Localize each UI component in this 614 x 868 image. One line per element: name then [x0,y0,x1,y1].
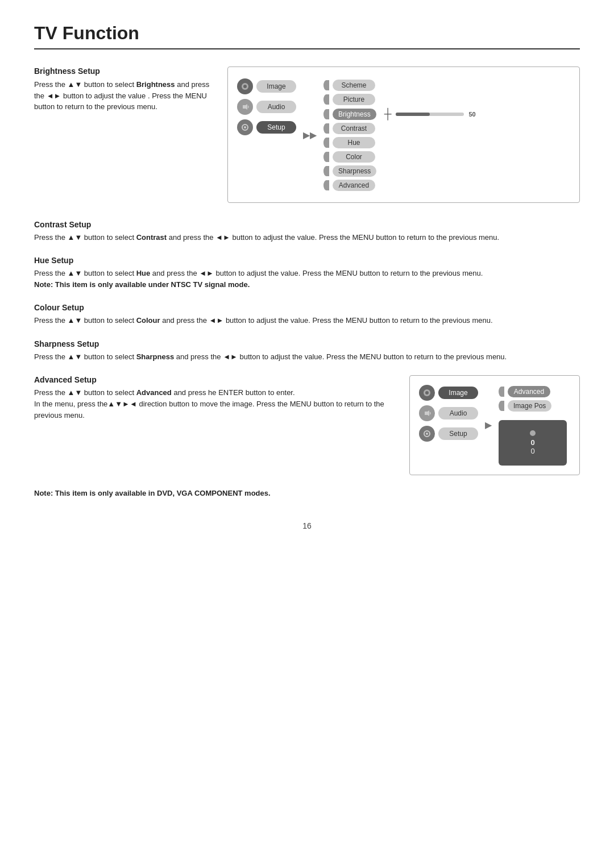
crescent-sharpness [323,166,329,176]
color-item: Color [323,151,476,163]
adv-imagepos-item: Image Pos [499,400,567,412]
adv-advanced-pill: Advanced [508,386,550,397]
scheme-pill: Scheme [333,80,375,91]
brightness-pill: Brightness [333,109,376,120]
brightness-text: Brightness Setup Press the ▲▼ button to … [34,67,210,203]
crescent-contrast [323,123,329,134]
position-y: 0 [530,447,534,455]
svg-point-4 [244,126,246,128]
hue-item: Hue [323,137,476,148]
crescent-picture [323,94,329,105]
adv-audio-pill: Audio [438,407,478,420]
advanced-left-col: Image Audio Setup [419,385,478,466]
adv-setup-icon [419,426,435,442]
brightness-item: Brightness ┼ 50 [323,108,476,120]
adv-image-row: Image [419,385,478,401]
sharpness-section: Sharpness Setup Press the ▲▼ button to s… [34,339,580,363]
color-pill: Color [333,151,375,163]
advanced-heading: Advanced Setup [34,375,392,384]
menu-setup-row: Setup [237,119,296,135]
chevrons: ▶▶ [303,78,317,191]
advanced-item: Advanced [323,180,476,191]
menu-left-col: Image Audio Setup [237,78,296,191]
progress-area: ┼ 50 [384,108,476,120]
svg-point-6 [425,391,429,394]
position-dot [530,430,536,436]
svg-marker-7 [425,410,429,416]
hue-section: Hue Setup Press the ▲▼ button to select … [34,256,580,290]
adv-audio-row: Audio [419,405,478,421]
adv-chevrons: ▶ [485,385,492,466]
adv-image-icon [419,385,435,401]
advanced-section: Advanced Setup Press the ▲▼ button to se… [34,375,580,475]
adv-image-pill: Image [438,387,478,399]
crescent-hue [323,138,329,148]
adv-audio-icon [419,405,435,421]
menu-audio-row: Audio [237,99,296,115]
menu-image-row: Image [237,78,296,94]
progress-fill [396,113,430,116]
progress-bar [396,113,464,116]
position-x: 0 [530,438,534,447]
sharpness-pill: Sharpness [333,165,376,177]
crescent-image-pos [499,401,504,411]
advanced-pill: Advanced [333,180,375,191]
crescent-advanced [323,180,329,190]
menu-main-rows: Image Audio Setup ▶▶ [237,78,570,191]
hue-desc: Press the ▲▼ button to select Hue and pr… [34,268,580,279]
colour-desc: Press the ▲▼ button to select Colour and… [34,315,580,326]
picture-item: Picture [323,94,476,105]
menu-right-col: Scheme Picture Brightness ┼ [323,78,476,191]
audio-icon [237,99,253,115]
contrast-heading: Contrast Setup [34,220,580,229]
brightness-heading: Brightness Setup [34,67,210,76]
progress-tick: ┼ [384,108,392,120]
advanced-menu-rows: Image Audio Setup ▶ [419,385,570,466]
crescent-scheme [323,80,329,90]
contrast-pill: Contrast [333,123,375,134]
advanced-left: Advanced Setup Press the ▲▼ button to se… [34,375,392,475]
page-title: TV Function [34,23,580,49]
adv-imagepos-pill: Image Pos [508,400,551,412]
sharpness-heading: Sharpness Setup [34,339,580,348]
adv-setup-pill: Setup [438,427,478,440]
menu-diagram-box: Image Audio Setup ▶▶ [227,67,580,203]
hue-heading: Hue Setup [34,256,580,265]
advanced-menu-box: Image Audio Setup ▶ [409,375,580,475]
hue-pill: Hue [333,137,375,148]
image-icon [237,78,253,94]
setup-pill: Setup [256,121,296,134]
audio-pill: Audio [256,101,296,113]
adv-right-col: Advanced Image Pos 0 0 [499,385,567,466]
crescent-brightness [323,109,329,119]
picture-pill: Picture [333,94,375,105]
position-display: 0 0 [499,420,567,466]
sharpness-desc: Press the ▲▼ button to select Sharpness … [34,351,580,363]
adv-advanced-item: Advanced [499,386,567,397]
image-pill: Image [256,80,296,93]
bottom-note: Note: This item is only available in DVD… [34,488,580,499]
svg-point-1 [243,85,247,88]
contrast-item: Contrast [323,123,476,134]
advanced-desc: Press the ▲▼ button to select Advanced a… [34,387,392,421]
setup-icon [237,119,253,135]
colour-section: Colour Setup Press the ▲▼ button to sele… [34,303,580,326]
sharpness-item: Sharpness [323,165,476,177]
scheme-item: Scheme [323,80,476,91]
page-number: 16 [34,521,580,530]
colour-heading: Colour Setup [34,303,580,312]
adv-setup-row: Setup [419,426,478,442]
contrast-section: Contrast Setup Press the ▲▼ button to se… [34,220,580,243]
hue-note: Note: This item is only available under … [34,279,580,290]
crescent-adv-advanced [499,387,504,397]
crescent-color [323,152,329,162]
svg-point-9 [426,433,428,435]
brightness-section: Brightness Setup Press the ▲▼ button to … [34,67,580,203]
contrast-desc: Press the ▲▼ button to select Contrast a… [34,232,580,243]
svg-marker-2 [243,104,247,110]
progress-value: 50 [468,111,475,118]
brightness-desc: Press the ▲▼ button to select Brightness… [34,79,210,113]
